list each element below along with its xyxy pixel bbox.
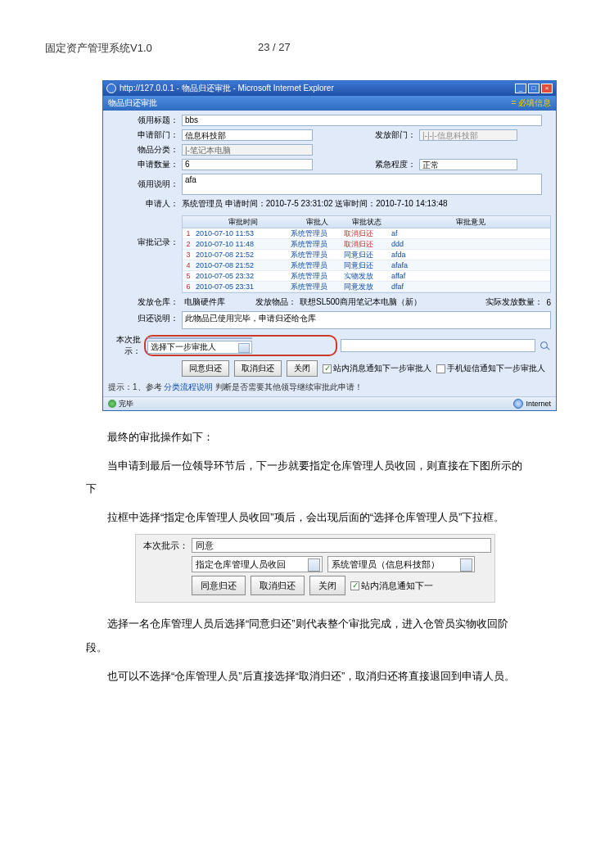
- hint-suffix: 判断是否需要其他领导继续审批此申请！: [215, 382, 363, 391]
- button-row: 同意归还 取消归还 关闭 站内消息通知下一步审批人 手机短信通知下一步审批人: [103, 359, 556, 380]
- val-goods: 联想SL500商用笔记本电脑（新）: [300, 296, 422, 308]
- s2-input[interactable]: 同意: [192, 538, 491, 553]
- combo-next-approver-text: 选择下一步审批人: [151, 341, 216, 353]
- val-warehouse: 电脑硬件库: [182, 296, 247, 308]
- required-legend: = 必填信息: [511, 97, 551, 109]
- input-this-approval[interactable]: [147, 337, 252, 339]
- label-title: 领用标题：: [108, 115, 182, 126]
- col-status: 审批状态: [344, 217, 390, 228]
- label-goods: 发放物品：: [247, 296, 300, 308]
- approval-records: 审批记录： 审批时间 审批人 审批状态 审批意见 12010-07-10 11:…: [103, 214, 556, 295]
- label-warehouse: 发放仓库：: [108, 296, 182, 308]
- cell-opinion: af: [390, 229, 550, 237]
- highlight-ring: 选择下一步审批人: [144, 335, 337, 356]
- label-issue-dept: 发放部门：: [313, 129, 419, 141]
- screenshot-snippet-2: 本次批示： 同意 指定仓库管理人员收回 系统管理员（信息科技部） 同意归还 取消…: [135, 534, 495, 603]
- para-1: 最终的审批操作如下：: [86, 426, 528, 450]
- para-3: 拉框中选择“指定仓库管理人员收回”项后，会出现后面的“选择仓库管理人员”下拉框。: [86, 506, 528, 530]
- s2-close-button[interactable]: 关闭: [309, 576, 345, 595]
- s2-agree-button[interactable]: 同意归还: [192, 576, 246, 595]
- s2-combo-warehouse-text: 指定仓库管理人员收回: [196, 558, 286, 571]
- notify-sms-label: 手机短信通知下一步审批人: [447, 363, 545, 374]
- label-note: 领用说明：: [108, 179, 182, 190]
- cell-time: 2010-07-08 21:52: [194, 261, 291, 269]
- agree-return-button[interactable]: 同意归还: [182, 360, 229, 377]
- approval-table: 审批时间 审批人 审批状态 审批意见 12010-07-10 11:53系统管理…: [182, 215, 551, 293]
- table-row: 22010-07-10 11:48系统管理员取消归还ddd: [183, 239, 550, 250]
- field-return-note[interactable]: 此物品已使用完毕，申请归还给仓库: [182, 311, 551, 329]
- cell-person: 系统管理员: [291, 239, 344, 250]
- label-urgency: 紧急程度：: [313, 159, 419, 170]
- chevron-down-icon: [465, 563, 470, 567]
- cell-time: 2010-07-08 21:52: [194, 251, 291, 259]
- notify-site-checkbox[interactable]: 站内消息通知下一步审批人: [323, 363, 431, 374]
- cell-person: 系统管理员: [291, 282, 344, 292]
- table-row: 52010-07-05 23:32系统管理员实物发放affaf: [183, 271, 550, 282]
- issue-row: 发放仓库： 电脑硬件库 发放物品： 联想SL500商用笔记本电脑（新） 实际发放…: [103, 295, 556, 310]
- label-return-note: 归还说明：: [108, 311, 182, 329]
- cell-person: 系统管理员: [291, 250, 344, 260]
- checkbox-icon: [350, 581, 359, 590]
- col-person: 审批人: [291, 217, 344, 228]
- table-row: 62010-07-05 23:31系统管理员同意发放dfaf: [183, 282, 550, 292]
- label-records: 审批记录：: [108, 215, 182, 293]
- s2-combo-person-text: 系统管理员（信息科技部）: [332, 558, 440, 571]
- status-bar: 完毕 Internet: [103, 396, 556, 410]
- page-header: 固定资产管理系统V1.0 23 / 27: [45, 41, 569, 56]
- cell-n: 2: [183, 240, 194, 248]
- para-4: 选择一名仓库管理人员后选择“同意归还”则代表整个审批完成，进入仓管员实物收回阶段…: [86, 613, 528, 659]
- screenshot-ie-window: http://127.0.0.1 - 物品归还审批 - Microsoft In…: [102, 80, 557, 411]
- s2-label: 本次批示：: [139, 540, 188, 552]
- cell-status: 同意归还: [344, 250, 390, 260]
- s2-combo-warehouse[interactable]: 指定仓库管理人员收回: [192, 556, 323, 572]
- cancel-return-button[interactable]: 取消归还: [234, 360, 282, 377]
- done-icon: [108, 400, 116, 408]
- label-qty: 申请数量：: [108, 159, 182, 170]
- input-approval-long[interactable]: [341, 339, 535, 352]
- close-dialog-button[interactable]: 关闭: [287, 360, 318, 377]
- cell-status: 同意发放: [344, 282, 390, 292]
- cell-opinion: afafa: [390, 261, 550, 269]
- label-this-approval: 本次批示：: [108, 334, 141, 357]
- hint-link[interactable]: 分类流程说明: [164, 382, 213, 391]
- body-text-2: 选择一名仓库管理人员后选择“同意归还”则代表整个审批完成，进入仓管员实物收回阶段…: [86, 613, 528, 688]
- titlebar: http://127.0.0.1 - 物品归还审批 - Microsoft In…: [103, 81, 556, 96]
- label-category: 物品分类：: [108, 144, 182, 156]
- cell-status: 取消归还: [344, 239, 390, 250]
- minimize-button[interactable]: _: [515, 84, 526, 93]
- field-issue-dept: |-|-|-信息科技部: [419, 129, 517, 141]
- s2-combo-person[interactable]: 系统管理员（信息科技部）: [327, 556, 475, 572]
- combo-next-approver[interactable]: 选择下一步审批人: [147, 341, 252, 354]
- close-button[interactable]: ×: [541, 84, 553, 93]
- panel-title: 物品归还审批: [108, 97, 157, 109]
- internet-icon: [513, 399, 523, 409]
- s2-notify-label: 站内消息通知下一: [361, 580, 433, 592]
- page-number: 23 / 27: [258, 41, 381, 56]
- cell-person: 系统管理员: [291, 260, 344, 271]
- checkbox-icon: [436, 364, 445, 373]
- field-title[interactable]: bbs: [182, 115, 542, 126]
- field-urgency[interactable]: 正常: [419, 159, 517, 170]
- cell-opinion: ddd: [390, 240, 550, 248]
- cell-opinion: affaf: [390, 272, 550, 280]
- cell-time: 2010-07-10 11:48: [194, 240, 291, 248]
- cell-time: 2010-07-10 11:53: [194, 229, 291, 237]
- table-row: 32010-07-08 21:52系统管理员同意归还afda: [183, 250, 550, 260]
- form-area: 领用标题： bbs 申请部门： 信息科技部 发放部门： |-|-|-信息科技部 …: [103, 111, 556, 214]
- cell-status: 取消归还: [344, 228, 390, 239]
- cell-n: 3: [183, 251, 194, 259]
- label-dept: 申请部门：: [108, 129, 182, 141]
- search-icon[interactable]: [539, 340, 551, 352]
- body-text: 最终的审批操作如下： 当申请到最后一位领导环节后，下一步就要指定仓库管理人员收回…: [86, 426, 528, 529]
- field-qty[interactable]: 6: [182, 159, 313, 170]
- para-5: 也可以不选择“仓库管理人员”后直接选择“取消归还”，取消归还将直接退回到申请人员…: [86, 665, 528, 689]
- chevron-down-icon: [242, 346, 247, 349]
- cell-opinion: afda: [390, 251, 550, 259]
- s2-cancel-button[interactable]: 取消归还: [251, 576, 305, 595]
- maximize-button[interactable]: □: [528, 84, 540, 93]
- field-note[interactable]: afa: [182, 174, 542, 195]
- notify-sms-checkbox[interactable]: 手机短信通知下一步审批人: [436, 363, 545, 374]
- checkbox-icon: [323, 364, 332, 373]
- field-dept[interactable]: 信息科技部: [182, 129, 313, 141]
- s2-notify-checkbox[interactable]: 站内消息通知下一: [350, 580, 433, 592]
